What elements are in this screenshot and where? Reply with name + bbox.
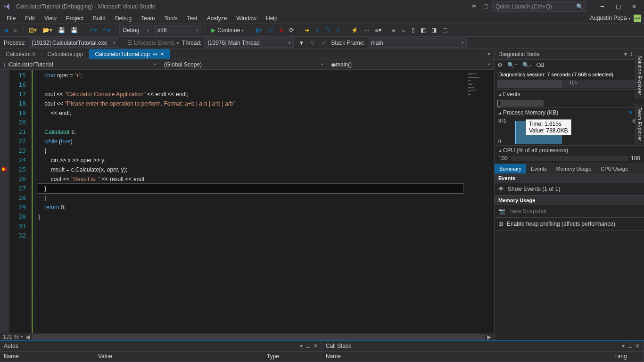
menu-debug[interactable]: Debug [111, 14, 135, 23]
diag-tab-cpu[interactable]: CPU Usage [596, 164, 633, 173]
callstack-col-name[interactable]: Name [326, 353, 614, 360]
quick-launch-input[interactable]: Quick Launch (Ctrl+Q) 🔍 [492, 1, 586, 12]
undo-button[interactable]: ↶▾ [88, 26, 99, 34]
breakpoint-gutter[interactable] [0, 70, 9, 333]
diag-tab-memory[interactable]: Memory Usage [552, 164, 596, 173]
minimap[interactable]: ▬▬▬▬▬▬▬▬▬▬▬▬▬▬▬▬▬▬▬▬▬▬▬▬▬▬▬▬▬▬▬▬▬▬▬▬▬▬▬▬… [466, 70, 494, 333]
autos-col-value[interactable]: Value [98, 353, 267, 360]
tb-icon-3[interactable]: ≡▾ [373, 26, 383, 34]
menu-team[interactable]: Team [137, 14, 158, 23]
close-button[interactable]: ✕ [626, 1, 642, 12]
h-scroll-right[interactable]: ▶ [487, 334, 491, 340]
show-events-link[interactable]: 👁Show Events (1 of 1) [495, 183, 644, 196]
step-out-button[interactable]: ↥ [334, 26, 342, 34]
config-combo[interactable]: Debug [119, 25, 152, 35]
code-line[interactable]: cout << "Please enter the operation to p… [38, 99, 463, 108]
open-file-button[interactable]: 📂▾ [41, 26, 54, 34]
code-line[interactable]: cin >> x >> oper >> y; [38, 156, 463, 165]
code-line[interactable] [38, 222, 463, 231]
diag-tab-events[interactable]: Events [526, 164, 552, 173]
diag-zoom-in-icon[interactable]: 🔍+ [507, 62, 518, 68]
diag-tab-summary[interactable]: Summary [495, 164, 526, 173]
new-project-button[interactable]: ▧▾ [27, 26, 39, 34]
tb-icon-6[interactable]: ▯ [410, 26, 417, 34]
heap-profiling-button[interactable]: ⊞Enable heap profiling (affects performa… [495, 218, 644, 230]
autos-col-type[interactable]: Type [267, 353, 318, 360]
menu-tools[interactable]: Tools [161, 14, 182, 23]
tb-icon-9[interactable]: ⬚ [440, 26, 449, 34]
nav-back-button[interactable]: ◀ [2, 26, 10, 34]
code-line[interactable]: cout << "Calculator Console Application"… [38, 90, 463, 99]
diag-reset-icon[interactable]: ⌫ [536, 62, 544, 68]
tb-icon-7[interactable]: ◧ [419, 26, 428, 34]
zoom-level[interactable]: 121 % [3, 334, 19, 340]
memory-section-header[interactable]: ◢Process Memory (KB)▼ [495, 108, 644, 117]
close-icon[interactable]: ✕ [635, 343, 640, 349]
zoom-dropdown[interactable]: ▾ [21, 335, 23, 339]
menu-project[interactable]: Project [62, 14, 87, 23]
pin-icon[interactable]: ⊥ [305, 343, 310, 349]
code-line[interactable]: return 0; [38, 203, 463, 212]
tabs-overflow-button[interactable]: ▾ [484, 49, 494, 59]
stackframe-combo[interactable]: main [368, 38, 467, 48]
h-scrollbar[interactable] [32, 334, 485, 340]
show-next-stmt-button[interactable]: ➜ [303, 26, 311, 34]
tab-calculator-cpp[interactable]: Calculator.cpp [41, 49, 89, 59]
pin-icon[interactable]: ⊥ [627, 343, 632, 349]
thread-btn2[interactable]: ⚲ [309, 39, 317, 47]
platform-combo[interactable]: x86 [154, 25, 201, 35]
panel-dropdown-icon[interactable]: ▾ [624, 51, 627, 58]
panel-dropdown-icon[interactable]: ▾ [300, 343, 303, 349]
callstack-col-lang[interactable]: Lang [614, 353, 640, 360]
close-icon[interactable]: ✕ [313, 343, 318, 349]
save-button[interactable]: 💾 [56, 26, 67, 34]
tb-icon-2[interactable]: ⋯ [362, 26, 372, 34]
code-line[interactable]: result = c.Calculate(x, oper, y); [38, 165, 463, 174]
thread-combo[interactable]: [10976] Main Thread [204, 38, 294, 48]
code-line[interactable]: } [38, 184, 463, 193]
tb-icon-5[interactable]: ≣ [399, 26, 408, 34]
pause-button[interactable]: ▯▯ [265, 26, 276, 34]
close-tab-icon[interactable]: ✕ [160, 51, 164, 57]
code-line[interactable]: << endl; [38, 108, 463, 118]
diag-settings-icon[interactable]: ⚙ [497, 62, 503, 68]
code-line[interactable]: while (true) [38, 137, 463, 146]
code-line[interactable]: char oper = '+'; [38, 71, 463, 80]
panel-dropdown-icon[interactable]: ▾ [622, 343, 625, 349]
save-all-button[interactable]: 💾' [69, 26, 81, 34]
pin-icon[interactable]: ⇔ [153, 51, 157, 58]
restart-button[interactable]: ⟳ [287, 26, 296, 34]
menu-window[interactable]: Window [232, 14, 260, 23]
step-into-button[interactable]: ↧ [313, 26, 322, 34]
thread-btn3[interactable]: ⇄ [320, 39, 328, 47]
editor-scope-project[interactable]: ⬚ CalculatorTutorial [0, 59, 160, 69]
menu-build[interactable]: Build [89, 14, 109, 23]
menu-edit[interactable]: Edit [21, 14, 39, 23]
solution-explorer-tab[interactable]: Solution Explorer [635, 52, 644, 99]
editor-scope-function[interactable]: ◉ main() [327, 59, 494, 69]
feedback-icon[interactable]: ☐ [483, 3, 488, 10]
code-line[interactable]: cout << "Result is: " << result << endl; [38, 174, 463, 184]
thread-btn1[interactable]: ▼ [297, 39, 306, 47]
code-line[interactable]: Calculator c; [38, 127, 463, 137]
editor-scope-namespace[interactable]: (Global Scope) [160, 59, 327, 69]
diag-zoom-out-icon[interactable]: 🔍- [522, 62, 531, 68]
code-editor[interactable]: char oper = '+'; cout << "Calculator Con… [35, 70, 466, 333]
stop-button[interactable]: ■ [278, 26, 285, 34]
menu-analyze[interactable]: Analyze [203, 14, 231, 23]
user-account[interactable]: Augustin Popa ▾ AP [590, 15, 641, 22]
menu-file[interactable]: File [3, 14, 19, 23]
tb-icon-8[interactable]: ◨ [429, 26, 438, 34]
tab-calculatortutorial-cpp[interactable]: CalculatorTutorial.cpp ⇔ ✕ [89, 49, 170, 59]
cpu-section-header[interactable]: ◢CPU (% of all processors) [495, 146, 644, 155]
tab-calculator-h[interactable]: Calculator.h [0, 49, 41, 59]
code-line[interactable]: { [38, 146, 463, 156]
process-combo[interactable]: [19132] CalculatorTutorial.exe [29, 38, 118, 48]
code-line[interactable] [38, 118, 463, 127]
menu-view[interactable]: View [41, 14, 60, 23]
notification-flag-icon[interactable]: ⚑ [471, 3, 477, 10]
diagnostics-timeline[interactable]: 10s [497, 80, 641, 88]
tb-icon-1[interactable]: ⚡ [349, 26, 360, 34]
team-explorer-tab[interactable]: Team Explorer [635, 104, 644, 145]
filter-icon[interactable]: ▼ [628, 109, 634, 116]
